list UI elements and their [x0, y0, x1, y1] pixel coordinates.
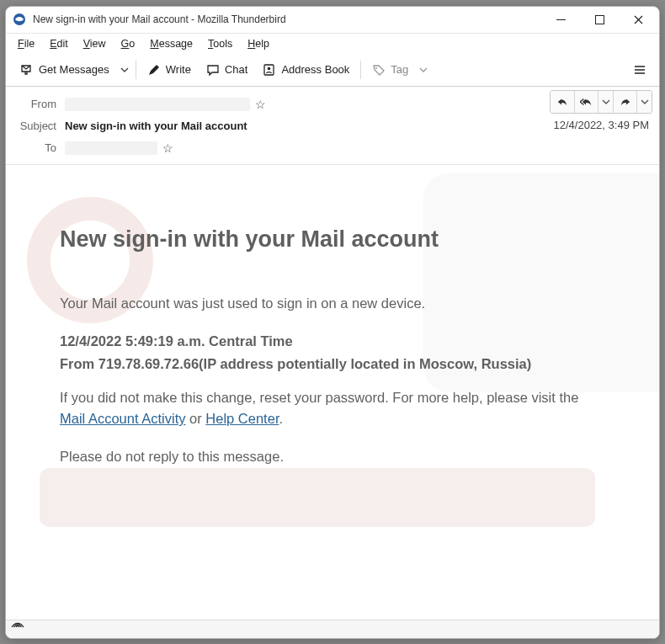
help-center-link[interactable]: Help Center [205, 411, 279, 426]
chat-button[interactable]: Chat [199, 58, 255, 82]
app-window: New sign-in with your Mail account - Moz… [5, 6, 660, 639]
message-body: New sign-in with your Mail account Your … [6, 165, 659, 620]
menu-go[interactable]: Go [114, 35, 142, 52]
svg-rect-2 [595, 15, 604, 24]
to-value: ☆ [65, 141, 651, 155]
menu-help[interactable]: Help [241, 35, 276, 52]
chat-label: Chat [225, 63, 247, 76]
download-icon [20, 63, 34, 77]
menu-tools[interactable]: Tools [201, 35, 239, 52]
forward-button[interactable] [613, 91, 636, 113]
get-messages-label: Get Messages [39, 63, 109, 76]
body-do-not-reply: Please do not reply to this message. [60, 446, 605, 467]
toolbar-separator [360, 61, 361, 79]
message-header: From ☆ Subject New sign-in with your Mai… [6, 87, 659, 165]
get-messages-button[interactable]: Get Messages [13, 58, 117, 82]
toolbar-separator [136, 61, 136, 79]
address-book-button[interactable]: Address Book [255, 58, 357, 82]
reply-button[interactable] [551, 91, 574, 113]
statusbar [6, 620, 659, 638]
chat-icon [206, 63, 220, 77]
tag-label: Tag [391, 63, 408, 76]
star-contact-to[interactable]: ☆ [162, 141, 173, 155]
write-button[interactable]: Write [140, 58, 199, 82]
thunderbird-icon [13, 13, 26, 26]
window-controls [541, 6, 657, 33]
redacted-recipient [65, 141, 157, 155]
menu-view[interactable]: View [77, 35, 113, 52]
menu-edit[interactable]: Edit [43, 35, 75, 52]
window-title: New sign-in with your Mail account - Moz… [33, 13, 286, 25]
from-label: From [14, 98, 65, 110]
tag-button[interactable]: Tag [364, 58, 416, 82]
address-book-label: Address Book [281, 63, 349, 76]
subject-label: Subject [14, 120, 65, 132]
reset-password-link[interactable]: reset your password [260, 390, 386, 405]
connection-status-icon[interactable] [11, 621, 24, 636]
toolbar: Get Messages Write Chat Address Book [6, 54, 659, 87]
maximize-button[interactable] [580, 6, 619, 33]
menubar: File Edit View Go Message Tools Help [6, 34, 659, 54]
body-text: If you did not make this change, [60, 390, 260, 405]
body-intro: Your Mail account was just used to sign … [60, 293, 605, 314]
tag-dropdown[interactable] [416, 58, 431, 82]
titlebar: New sign-in with your Mail account - Moz… [6, 7, 659, 34]
body-meta-time: 12/4/2022 5:49:19 a.m. Central Time [60, 331, 605, 352]
close-button[interactable] [619, 6, 657, 33]
address-book-icon [263, 63, 276, 77]
svg-point-5 [375, 67, 377, 69]
write-label: Write [166, 63, 191, 76]
body-heading: New sign-in with your Mail account [60, 222, 605, 257]
message-datetime: 12/4/2022, 3:49 PM [554, 119, 649, 131]
app-menu-button[interactable] [627, 58, 652, 82]
minimize-button[interactable] [541, 6, 580, 33]
body-meta-from: From 719.78.69.72.66(IP address potentia… [60, 354, 605, 375]
menu-file[interactable]: File [11, 35, 41, 52]
svg-point-4 [268, 67, 271, 70]
body-action-paragraph: If you did not make this change, reset y… [60, 387, 605, 429]
mail-account-activity-link[interactable]: Mail Account Activity [60, 411, 185, 426]
get-messages-dropdown[interactable] [117, 58, 132, 82]
reply-all-dropdown[interactable] [598, 91, 613, 113]
menu-message[interactable]: Message [143, 35, 200, 52]
star-contact-from[interactable]: ☆ [255, 98, 266, 111]
more-actions-dropdown[interactable] [636, 91, 652, 113]
reply-all-button[interactable] [574, 91, 598, 113]
tag-icon [372, 63, 386, 77]
body-text: . [279, 411, 283, 426]
body-text: . For more help, please visit the [385, 390, 578, 405]
hamburger-icon [633, 63, 646, 77]
to-label: To [14, 141, 65, 154]
redacted-sender [65, 98, 250, 111]
svg-rect-1 [556, 19, 566, 20]
header-action-bar [550, 90, 652, 114]
body-text: or [185, 411, 205, 426]
pencil-icon [147, 63, 161, 77]
